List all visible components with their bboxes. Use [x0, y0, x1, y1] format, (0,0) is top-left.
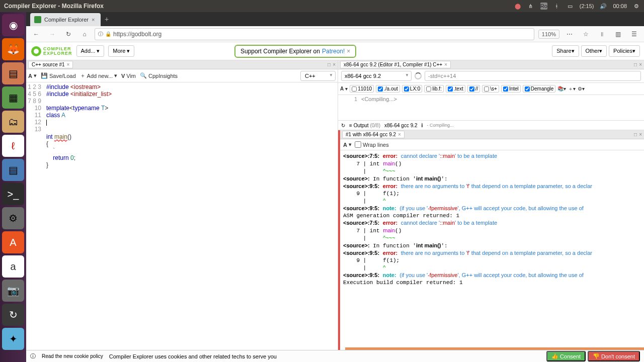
reload-icon[interactable]: ↻ — [341, 123, 345, 128]
dont-consent-button[interactable]: 👎Don't consent — [588, 351, 640, 361]
pane-max-icon[interactable]: □ — [634, 132, 637, 137]
ce-logo[interactable]: COMPILER EXPLORER — [30, 45, 72, 57]
terminal-icon[interactable]: >_ — [2, 183, 24, 205]
writer-icon[interactable]: ▤ — [2, 159, 24, 181]
add-button[interactable]: Add... ▾ — [76, 45, 105, 57]
reload-button[interactable]: ↻ — [62, 28, 74, 40]
back-button[interactable]: ← — [30, 28, 42, 40]
home-button[interactable]: ⌂ — [78, 28, 91, 40]
language-select[interactable]: C++ — [300, 71, 336, 81]
firefox-icon[interactable]: 🦊 — [2, 38, 24, 60]
pane-max-icon[interactable]: □ — [328, 62, 331, 67]
compiler-options-input[interactable] — [425, 71, 641, 81]
policies-button[interactable]: Policies▾ — [609, 45, 640, 57]
bluetooth-icon[interactable]: ᚼ — [553, 3, 560, 10]
site-favicon — [34, 16, 41, 23]
settings-icon[interactable]: ⚙ — [2, 207, 24, 229]
line-gutter: 1 2 3 4 5 6 7 8 9 10 11 12 13 — [26, 82, 46, 362]
font-button[interactable]: A▾ — [343, 141, 352, 148]
amazon-icon[interactable]: a — [2, 255, 24, 278]
software-icon[interactable]: A — [2, 231, 24, 253]
settings-button[interactable]: ⚙▾ — [578, 86, 585, 92]
chk-libf[interactable]: lib.f: — [424, 85, 443, 93]
pane-close-icon[interactable]: × — [639, 132, 642, 137]
diag-tab[interactable]: #1 with x86-64 gcc 9.2 × — [342, 131, 405, 138]
impress-icon[interactable]: ▤ — [2, 62, 24, 84]
panes: C++ source #1 × □ × A▾ 💾Save/Load ＋Add n… — [26, 60, 644, 362]
patreon-close-icon[interactable]: × — [347, 48, 350, 55]
tab-close-icon[interactable]: × — [92, 17, 95, 23]
cookie-policy-link[interactable]: Read the new cookie policy — [42, 353, 103, 359]
diag-tab-close-icon[interactable]: × — [398, 132, 401, 137]
libraries-button[interactable]: 📚▾ — [557, 86, 566, 92]
bookmark-icon[interactable]: ☆ — [580, 28, 592, 40]
chk-whitespace[interactable]: \s+ — [482, 85, 499, 93]
saveload-button[interactable]: 💾Save/Load — [41, 72, 76, 79]
compiler-tab-bar: x86-64 gcc 9.2 (Editor #1, Compiler #1) … — [338, 60, 644, 69]
patreon-text: Support Compiler Explorer on — [240, 48, 320, 55]
dash-icon[interactable]: ◉ — [2, 14, 24, 36]
screenshot-icon[interactable]: 📷 — [2, 280, 24, 302]
compiler-tab[interactable]: x86-64 gcc 9.2 (Editor #1, Compiler #1) … — [340, 61, 451, 68]
pane-close-icon[interactable]: × — [639, 62, 642, 67]
consent-button[interactable]: 👍Consent — [546, 351, 586, 361]
font-button[interactable]: A▾ — [28, 72, 37, 79]
info-icon[interactable]: ⓘ — [98, 31, 103, 38]
reader-icon[interactable]: ℓ — [2, 135, 24, 157]
wifi-icon[interactable]: ⋔ — [527, 3, 534, 10]
chk-intel[interactable]: Intel — [501, 85, 521, 93]
calc-icon[interactable]: ▦ — [2, 86, 24, 109]
chk-aout[interactable]: ./a.out — [376, 85, 400, 93]
files-icon[interactable]: 🗂 — [2, 111, 24, 133]
wrap-checkbox[interactable]: Wrap lines — [355, 141, 389, 148]
font-button[interactable]: A▾ — [340, 86, 348, 92]
output-row: ↻ ≡ Output (0/8) x86-64 gcc 9.2 i - Comp… — [338, 120, 644, 130]
keyboard-layout[interactable]: Ro — [540, 3, 547, 10]
pane-max-icon[interactable]: □ — [634, 62, 637, 67]
updater-icon[interactable]: ↻ — [2, 304, 24, 326]
diag-output[interactable]: <source>:7:5: error: cannot declare '::m… — [340, 150, 644, 362]
asm-output[interactable]: 1 <Compiling...> — [338, 95, 644, 120]
vim-button[interactable]: V Vim — [121, 73, 136, 79]
compiler-tab-label: x86-64 gcc 9.2 (Editor #1, Compiler #1) … — [344, 62, 442, 67]
chk-11010[interactable]: 11010 — [350, 85, 374, 93]
volume-icon[interactable]: 🔊 — [600, 3, 607, 10]
compiler-select[interactable]: x86-64 gcc 9.2 — [341, 71, 412, 81]
svg-point-1 — [34, 49, 39, 54]
editor-tab-close-icon[interactable]: × — [67, 62, 70, 67]
zoom-indicator[interactable]: 110% — [538, 30, 559, 39]
chk-slash[interactable]: // — [467, 85, 480, 93]
browser-toolbar: ← → ↻ ⌂ ⓘ 🔒 https://godbolt.org 110% ⋯ ☆… — [26, 26, 644, 42]
chk-demangle[interactable]: Demangle — [523, 85, 556, 93]
diagnostics-pane: #1 with x86-64 gcc 9.2 × □ × A▾ Wrap lin… — [338, 130, 644, 362]
battery-icon[interactable]: ▭ — [567, 3, 574, 10]
more-button[interactable]: More ▾ — [108, 45, 134, 57]
code-editor[interactable]: 1 2 3 4 5 6 7 8 9 10 11 12 13 #include <… — [26, 82, 338, 362]
menu-icon[interactable]: ☰ — [628, 28, 640, 40]
app-icon[interactable]: ✦ — [2, 328, 24, 350]
compiler-tab-close-icon[interactable]: × — [444, 62, 447, 67]
url-input[interactable]: ⓘ 🔒 https://godbolt.org — [95, 28, 534, 40]
editor-tab[interactable]: C++ source #1 × — [28, 61, 73, 68]
library-icon[interactable]: ⫴ — [596, 28, 608, 40]
more-actions-icon[interactable]: ⋯ — [564, 28, 576, 40]
cppinsights-button[interactable]: 🔍CppInsights — [140, 72, 178, 79]
chk-text[interactable]: .text — [446, 85, 465, 93]
chk-lx0[interactable]: LX:0 — [402, 85, 423, 93]
forward-button[interactable]: → — [46, 28, 58, 40]
new-tab-button[interactable]: + — [105, 15, 109, 23]
output-toggle[interactable]: ≡ Output (0/8) — [349, 123, 380, 128]
addnew-button[interactable]: ＋Add new...▾ — [80, 72, 117, 79]
patreon-link[interactable]: Patreon! — [322, 48, 345, 55]
share-button[interactable]: Share▾ — [552, 45, 579, 57]
record-icon[interactable]: ⬤ — [514, 3, 521, 10]
sidebar-icon[interactable]: ▥ — [612, 28, 624, 40]
add-pane-button[interactable]: ＋▾ — [568, 85, 576, 93]
pane-close-icon[interactable]: × — [333, 62, 336, 67]
shutdown-icon[interactable]: ⚙ — [633, 3, 640, 10]
info-icon[interactable]: i — [422, 123, 423, 128]
compiler-pane: x86-64 gcc 9.2 (Editor #1, Compiler #1) … — [338, 60, 644, 362]
browser-tab[interactable]: Compiler Explorer × — [30, 13, 101, 26]
other-button[interactable]: Other▾ — [581, 45, 607, 57]
code-body[interactable]: #include <iostream> #include <initialize… — [46, 82, 338, 362]
